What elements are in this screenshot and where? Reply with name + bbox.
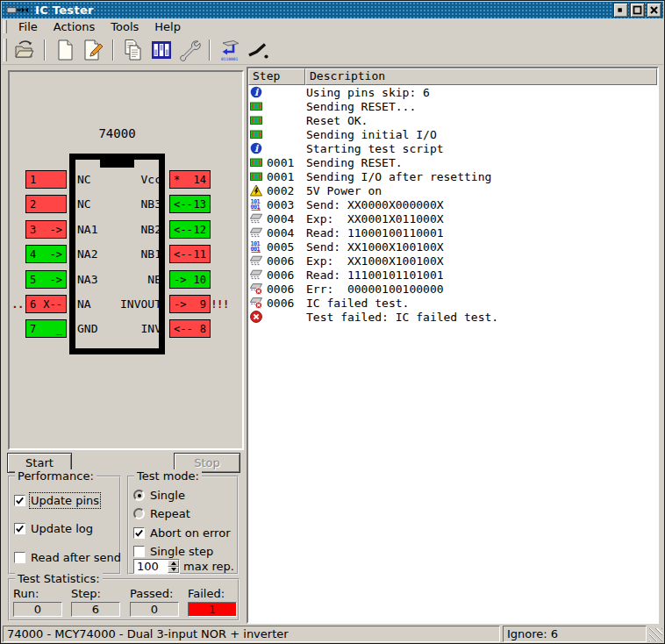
pin-box-left[interactable]: 3->	[25, 220, 67, 239]
pin-label: NB3	[114, 197, 161, 211]
pin-number: 3	[30, 224, 36, 236]
probe-icon	[247, 39, 269, 61]
toolbar-separator	[44, 39, 46, 61]
pin-box-left[interactable]: 6X--	[25, 295, 67, 313]
pin-box-right[interactable]: *14	[169, 170, 211, 189]
log-row[interactable]: Reset OK.	[248, 113, 657, 127]
send-bits-icon	[250, 240, 262, 253]
wrench-icon	[178, 39, 201, 61]
toolbar-separator	[112, 39, 114, 61]
log-row[interactable]: 0006Exp: XX1000X100100X	[248, 254, 657, 268]
new-document-icon	[54, 39, 76, 61]
log-row[interactable]: Sending RESET...	[248, 99, 657, 113]
minimize-button[interactable]	[613, 3, 628, 18]
maximize-button[interactable]	[630, 3, 645, 18]
pin-box-right[interactable]: <--11	[169, 245, 211, 263]
pin-row: 4-> NA2 NB1 <--11	[11, 245, 225, 263]
log-row[interactable]: 00025V Power on	[248, 183, 657, 197]
log-header: Step Description	[248, 68, 657, 85]
pin-number: 14	[194, 174, 206, 186]
close-button[interactable]	[647, 3, 661, 18]
test-mode-frame-title: Test mode:	[134, 469, 202, 483]
log-row[interactable]: 0004Read: 11000100110001	[248, 225, 657, 240]
resize-grip[interactable]	[649, 628, 662, 641]
column-header-step[interactable]: Step	[248, 68, 305, 85]
spin-down-button[interactable]	[168, 567, 179, 574]
pin-box-right[interactable]: <--8	[169, 319, 211, 338]
stat-value: 0	[13, 602, 62, 617]
update-log-checkbox[interactable]: Update log	[14, 521, 93, 536]
test-ic-button[interactable]	[217, 37, 243, 63]
pin-direction: X--	[43, 298, 62, 311]
checkbox-label: Update log	[31, 522, 93, 535]
log-row[interactable]: 0004Exp: XX0001X011000X	[248, 211, 657, 225]
pin-direction: ->	[174, 298, 186, 311]
read-after-send-checkbox[interactable]: Read after send	[14, 550, 121, 565]
chip-ok-icon	[250, 114, 262, 126]
pin-direction: <--	[174, 224, 193, 236]
log-step: 0006	[267, 254, 301, 268]
log-row[interactable]: Test failed: IC failed test.	[248, 310, 657, 324]
toolbar-grip[interactable]	[4, 39, 7, 61]
copy-button[interactable]	[120, 37, 147, 63]
spin-up-button[interactable]	[168, 560, 179, 567]
pin-row: 7_ GND INV <--8	[11, 319, 225, 338]
single-radio[interactable]: Single	[133, 488, 185, 503]
pin-box-left[interactable]: 5->	[25, 270, 67, 289]
settings-button[interactable]	[176, 37, 203, 63]
pin-row: ... 6X-- NA INVOUT ->9 !!!	[11, 295, 225, 313]
log-row[interactable]: 0005Send: XX1000X100100X	[248, 240, 657, 254]
send-bits-icon	[250, 198, 262, 211]
new-button[interactable]	[52, 37, 78, 63]
pin-row: 3-> NA1 NB2 <--12	[11, 220, 225, 239]
log-description: IC failed test.	[306, 297, 409, 310]
single-step-checkbox[interactable]: Single step	[133, 544, 213, 559]
pin-row: 1 NC Vcc *14	[11, 170, 225, 189]
edit-button[interactable]	[80, 37, 106, 63]
chip-ok-icon	[250, 100, 262, 112]
log-row[interactable]: Starting test script	[248, 141, 657, 155]
max-rep-value[interactable]: 100	[134, 560, 168, 573]
update-pins-checkbox[interactable]: Update pins	[14, 493, 99, 508]
titlebar[interactable]: IC Tester	[2, 2, 663, 18]
repeat-radio[interactable]: Repeat	[133, 506, 190, 521]
log-description: Reset OK.	[306, 114, 368, 127]
pin-direction: ->	[174, 274, 186, 286]
radio-label: Single	[150, 489, 185, 502]
pin-row: 2 NC NB3 <--13	[11, 195, 225, 213]
test-statistics-frame: Test Statistics: Run: 0 Step: 6 Passed: …	[8, 578, 240, 621]
probe-button[interactable]	[245, 37, 271, 63]
menu-tools[interactable]: Tools	[103, 19, 147, 34]
menubar-grip[interactable]	[4, 20, 7, 33]
pin-box-left[interactable]: 4->	[25, 245, 67, 263]
pin-box-right[interactable]: ->9	[169, 295, 211, 313]
pin-number: 1	[30, 174, 36, 186]
pin-label: NC	[77, 197, 114, 211]
pin-box-left[interactable]: 7_	[25, 319, 67, 338]
log-row[interactable]: 0006Err: 00000100100000	[248, 282, 657, 296]
pin-box-right[interactable]: <--13	[169, 195, 211, 213]
menu-help[interactable]: Help	[147, 19, 189, 34]
pin-number: 13	[194, 198, 206, 211]
abort-on-error-checkbox[interactable]: Abort on error	[133, 526, 230, 540]
log-row[interactable]: 0001Sending I/O after resetting	[248, 169, 657, 183]
log-row[interactable]: 0003Send: XX0000X000000X	[248, 197, 657, 211]
menu-file[interactable]: File	[11, 19, 46, 34]
log-row[interactable]: 0001Sending RESET.	[248, 155, 657, 169]
column-header-description[interactable]: Description	[305, 68, 657, 85]
log-row[interactable]: 0006Read: 11100101101001	[248, 268, 657, 282]
log-description: 5V Power on	[306, 184, 382, 197]
dip-switches-button[interactable]	[148, 37, 175, 63]
log-row[interactable]: Sending initial I/O	[248, 127, 657, 141]
pin-box-right[interactable]: <--12	[169, 220, 211, 239]
max-rep-spinbox[interactable]: 100	[133, 559, 180, 574]
pin-box-left[interactable]: 2	[25, 195, 67, 213]
pin-box-left[interactable]: 1	[25, 170, 67, 189]
log-step: 0001	[267, 170, 301, 183]
log-row[interactable]: Using pins skip: 6	[248, 85, 657, 99]
open-button[interactable]	[11, 37, 38, 63]
statusbar: 74000 - MCY74000 - Dual 3-input NOR + in…	[1, 624, 664, 643]
pin-box-right[interactable]: ->10	[169, 270, 211, 289]
menu-actions[interactable]: Actions	[46, 19, 104, 34]
log-row[interactable]: 0006IC failed test.	[248, 296, 657, 310]
